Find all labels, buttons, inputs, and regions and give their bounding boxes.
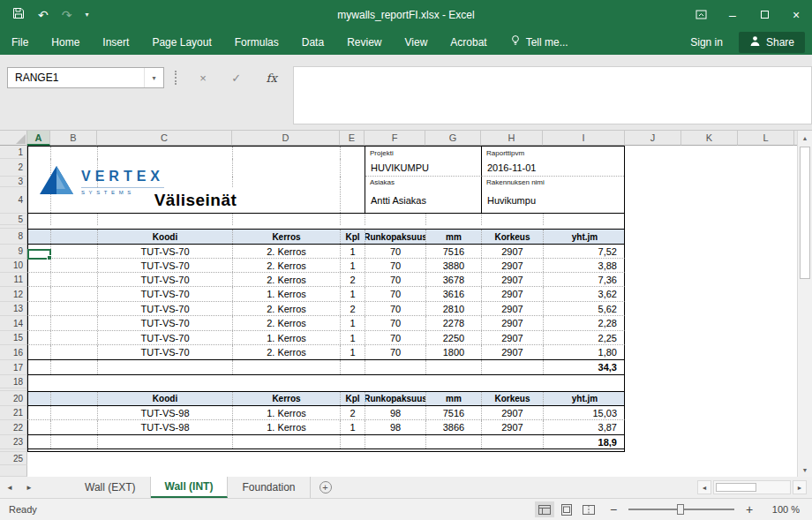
cell-korkeus[interactable]: 2907 xyxy=(482,259,544,272)
cell-kerros[interactable]: 2. Kerros xyxy=(233,273,341,286)
cell[interactable] xyxy=(51,273,98,286)
cell-koodi[interactable]: TUT-VS-70 xyxy=(98,316,233,330)
cell[interactable] xyxy=(233,147,341,159)
name-box-dropdown-icon[interactable]: ▾ xyxy=(144,68,163,87)
row-header[interactable]: 23 xyxy=(0,435,27,449)
row-header[interactable]: 11 xyxy=(0,273,27,287)
column-header-i[interactable]: I xyxy=(543,131,625,146)
cell-korkeus[interactable]: 2907 xyxy=(482,406,544,419)
cell-runkopaksuus[interactable]: 98 xyxy=(365,420,426,434)
header-kerros[interactable]: Kerros xyxy=(233,392,341,405)
enter-icon[interactable]: ✓ xyxy=(231,72,241,85)
cell-yhtjm[interactable]: 7,52 xyxy=(544,245,625,258)
cell-kerros[interactable]: 2. Kerros xyxy=(233,245,341,258)
formula-bar-grip[interactable] xyxy=(175,71,177,85)
cell-korkeus[interactable]: 2907 xyxy=(482,245,544,258)
cell[interactable] xyxy=(365,360,426,374)
column-header-a[interactable]: A xyxy=(27,131,50,146)
column-header-c[interactable]: C xyxy=(97,131,232,146)
row-header[interactable]: 1 xyxy=(0,146,27,159)
cell[interactable] xyxy=(28,273,51,286)
cell[interactable] xyxy=(482,214,544,225)
row-header[interactable]: 16 xyxy=(0,345,27,360)
save-icon[interactable] xyxy=(12,7,25,23)
cell[interactable] xyxy=(51,406,98,419)
cell-koodi[interactable]: TUT-VS-70 xyxy=(98,302,233,315)
cell-mm[interactable]: 7516 xyxy=(426,245,482,258)
scroll-down-icon[interactable]: ▼ xyxy=(798,463,812,477)
cell[interactable] xyxy=(426,214,482,225)
cell-korkeus[interactable]: 2907 xyxy=(482,331,544,344)
column-header-e[interactable]: E xyxy=(340,131,365,146)
normal-view-icon[interactable] xyxy=(535,501,554,517)
cell-runkopaksuus[interactable]: 98 xyxy=(365,406,426,419)
cell-project-label[interactable]: Projekti xyxy=(365,147,482,159)
cell[interactable] xyxy=(426,435,482,448)
cell-koodi[interactable]: TUT-VS-70 xyxy=(98,273,233,286)
cell-kpl[interactable]: 1 xyxy=(341,259,365,272)
customize-qat-dropdown-icon[interactable]: ▾ xyxy=(85,11,88,19)
cell[interactable] xyxy=(233,214,341,225)
row-header[interactable] xyxy=(0,465,27,477)
row-header[interactable]: 17 xyxy=(0,360,27,375)
cell[interactable] xyxy=(98,214,233,225)
sheet-tab-wall-ext[interactable]: Wall (EXT) xyxy=(71,477,151,498)
header-kerros[interactable]: Kerros xyxy=(233,230,341,244)
redo-icon[interactable]: ↷ xyxy=(62,9,72,21)
cell-kerros[interactable]: 1. Kerros xyxy=(233,287,341,301)
cell[interactable] xyxy=(28,345,51,359)
column-header-g[interactable]: G xyxy=(425,131,481,146)
cell[interactable] xyxy=(51,302,98,315)
cell-koodi[interactable]: TUT-VS-70 xyxy=(98,245,233,258)
cell-kpl[interactable]: 1 xyxy=(341,345,365,359)
cell-mm[interactable]: 7516 xyxy=(426,406,482,419)
cell-mm[interactable]: 3678 xyxy=(426,273,482,286)
row-header[interactable]: 13 xyxy=(0,302,27,316)
cell[interactable] xyxy=(28,214,51,225)
header-runkopaksuus[interactable]: Runkopaksuus xyxy=(365,392,426,405)
vertical-scrollbar[interactable]: ▲ ▼ xyxy=(797,131,812,477)
cell-building-label[interactable]: Rakennuksen nimi xyxy=(482,177,625,187)
cell-koodi[interactable]: TUT-VS-70 xyxy=(98,287,233,301)
column-header-h[interactable]: H xyxy=(481,131,543,146)
cell-runkopaksuus[interactable]: 70 xyxy=(365,345,426,359)
header-mm[interactable]: mm xyxy=(426,392,482,405)
cell[interactable] xyxy=(28,230,51,244)
row-header[interactable]: 5 xyxy=(0,214,27,225)
minimize-button[interactable]: – xyxy=(717,0,748,29)
cell-kpl[interactable]: 1 xyxy=(341,287,365,301)
share-button[interactable]: Share xyxy=(739,32,805,53)
cell[interactable] xyxy=(28,392,51,405)
column-header-b[interactable]: B xyxy=(50,131,97,146)
cell[interactable] xyxy=(341,435,365,448)
horizontal-scrollbar-track[interactable] xyxy=(713,480,791,494)
cell-kerros[interactable]: 2. Kerros xyxy=(233,316,341,330)
row-header[interactable]: 25 xyxy=(0,452,27,465)
cell-yhtjm[interactable]: 7,36 xyxy=(544,273,625,286)
cell-kpl[interactable]: 1 xyxy=(341,420,365,434)
cell-table2-total[interactable]: 18,9 xyxy=(544,435,625,448)
formula-input[interactable] xyxy=(293,66,812,124)
cell[interactable] xyxy=(51,316,98,330)
header-koodi[interactable]: Koodi xyxy=(98,230,233,244)
cell[interactable] xyxy=(28,406,51,419)
cell-yhtjm[interactable]: 2,25 xyxy=(544,331,625,344)
cell[interactable] xyxy=(28,331,51,344)
cell[interactable] xyxy=(28,435,51,448)
header-kpl[interactable]: Kpl xyxy=(341,392,365,405)
header-runkopaksuus[interactable]: Runkopaksuus xyxy=(365,230,426,244)
cell[interactable] xyxy=(51,345,98,359)
scroll-left-icon[interactable]: ◄ xyxy=(697,480,711,494)
cell[interactable] xyxy=(426,360,482,374)
header-korkeus[interactable]: Korkeus xyxy=(482,392,544,405)
cell[interactable] xyxy=(98,435,233,448)
scroll-up-icon[interactable]: ▲ xyxy=(798,131,812,145)
row-header[interactable]: 15 xyxy=(0,331,27,345)
cell-kerros[interactable]: 1. Kerros xyxy=(233,331,341,344)
tab-home[interactable]: Home xyxy=(40,29,91,55)
horizontal-scrollbar-thumb[interactable] xyxy=(716,483,756,492)
cell-kpl[interactable]: 2 xyxy=(341,406,365,419)
cell-koodi[interactable]: TUT-VS-70 xyxy=(98,345,233,359)
cell-mm[interactable]: 2278 xyxy=(426,316,482,330)
cell-kpl[interactable]: 1 xyxy=(341,316,365,330)
